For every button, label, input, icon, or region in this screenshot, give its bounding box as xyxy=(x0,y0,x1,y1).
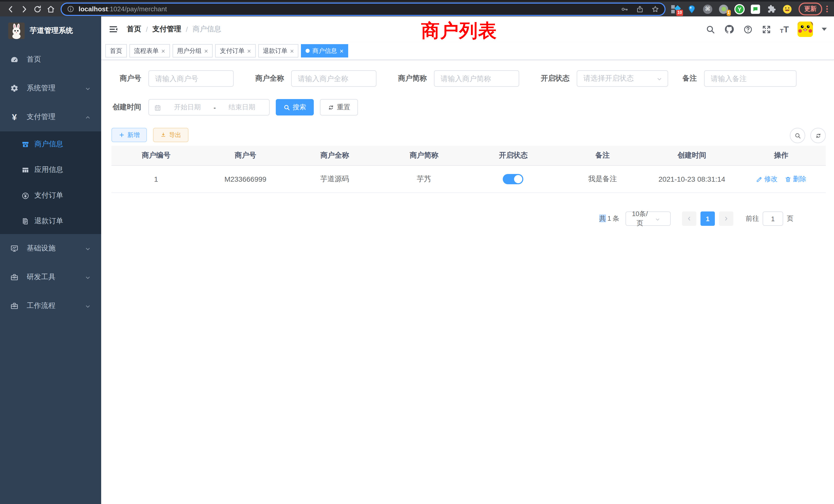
sidebar-item-home[interactable]: 首页 xyxy=(0,45,101,74)
close-icon[interactable]: × xyxy=(290,47,294,54)
search-button[interactable]: 搜索 xyxy=(276,99,314,115)
sidebar-item-app-info[interactable]: 应用信息 xyxy=(0,157,101,183)
add-button[interactable]: 新增 xyxy=(111,128,147,142)
prev-page-button[interactable] xyxy=(682,211,696,226)
close-icon[interactable]: × xyxy=(247,47,251,54)
merchant-name-input[interactable] xyxy=(291,70,376,87)
cell-create-time: 2021-10-23 08:31:14 xyxy=(647,175,737,183)
pagination: 共1条 10条/页 1 前往 xyxy=(111,211,793,226)
cell-id: 1 xyxy=(111,175,201,183)
search-icon[interactable] xyxy=(706,24,716,34)
active-dot xyxy=(306,49,310,53)
next-page-button[interactable] xyxy=(719,211,733,226)
chevron-down-icon xyxy=(649,215,666,223)
export-button[interactable]: 导出 xyxy=(153,128,189,142)
chevron-right-icon xyxy=(723,215,729,222)
extension-y-icon[interactable]: Y xyxy=(734,4,745,14)
url-path: :1024/pay/merchant xyxy=(108,5,167,13)
tab-process-form[interactable]: 流程表单 × xyxy=(129,44,170,58)
help-icon[interactable] xyxy=(743,24,753,34)
site-info-icon[interactable] xyxy=(67,5,74,13)
extension-tampermonkey-icon[interactable]: 10 xyxy=(671,4,681,14)
monitor-icon xyxy=(10,244,19,253)
arrow-left-icon xyxy=(6,4,16,14)
toggle-search-button[interactable] xyxy=(790,128,805,143)
create-time-label: 创建时间 xyxy=(111,102,141,112)
github-icon[interactable] xyxy=(724,24,734,35)
app-logo[interactable]: 芋道管理系统 xyxy=(0,17,101,45)
sidebar-item-workflow[interactable]: 工作流程 xyxy=(0,292,101,320)
sidebar-menu: 首页 系统管理 ¥ 支付管理 xyxy=(0,45,101,320)
chevron-up-icon xyxy=(85,113,91,121)
sidebar-collapse-icon[interactable] xyxy=(108,24,118,35)
font-size-icon[interactable]: TT xyxy=(780,25,789,33)
extension-chat-icon[interactable] xyxy=(750,4,761,14)
chevron-down-icon xyxy=(85,302,91,310)
pagination-total: 共1条 xyxy=(599,214,619,223)
tags-view: 首页 流程表单 × 用户分组 × 支付订单 × 退款订单 × xyxy=(101,42,834,60)
extension-command-icon[interactable]: ⌘ xyxy=(703,4,713,14)
sidebar-item-pay-order[interactable]: 支付订单 xyxy=(0,183,101,208)
table-header-row: 商户编号 商户号 商户全称 商户简称 开启状态 备注 创建时间 操作 xyxy=(111,146,826,166)
bookmark-star-icon[interactable] xyxy=(651,5,659,13)
page-content: 商户号 商户全称 商户简称 开启状态 请选择开启状态 xyxy=(101,60,834,226)
sidebar-item-system[interactable]: 系统管理 xyxy=(0,74,101,102)
dashboard-icon xyxy=(10,55,19,64)
extension-circle-icon[interactable]: 1 xyxy=(719,4,729,14)
browser-home-button[interactable] xyxy=(44,2,58,16)
avatar-dropdown-caret-icon[interactable] xyxy=(822,28,827,31)
address-bar[interactable]: localhost:1024/pay/merchant xyxy=(61,2,665,16)
sidebar-item-refund-order[interactable]: 退款订单 xyxy=(0,208,101,234)
trash-icon xyxy=(785,176,791,182)
page-size-select[interactable]: 10条/页 xyxy=(626,211,671,226)
extensions-puzzle-icon[interactable] xyxy=(766,4,776,14)
browser-extensions: 10 ⌘ 1 Y xyxy=(671,4,792,14)
merchant-short-input[interactable] xyxy=(434,70,519,87)
password-key-icon[interactable] xyxy=(620,5,629,13)
sidebar-item-merchant-info[interactable]: 商户信息 xyxy=(0,131,101,157)
close-icon[interactable]: × xyxy=(340,47,344,54)
sidebar-item-dev-tools[interactable]: 研发工具 xyxy=(0,263,101,292)
merchant-no-input[interactable] xyxy=(148,70,234,87)
chevron-down-icon xyxy=(85,84,91,92)
status-switch[interactable] xyxy=(503,174,524,184)
browser-back-button[interactable] xyxy=(4,2,18,16)
search-icon xyxy=(284,104,290,111)
delete-link[interactable]: 删除 xyxy=(785,175,806,184)
profile-emoji-icon[interactable] xyxy=(782,4,792,14)
extension-pin-icon[interactable] xyxy=(687,4,697,14)
create-time-range-picker[interactable]: 开始日期 - 结束日期 xyxy=(148,99,270,115)
reload-icon xyxy=(33,4,42,14)
edit-link[interactable]: 修改 xyxy=(756,175,777,184)
tab-home[interactable]: 首页 xyxy=(105,44,127,58)
browser-reload-button[interactable] xyxy=(31,2,44,16)
user-avatar[interactable] xyxy=(797,22,813,37)
sidebar-item-payment[interactable]: ¥ 支付管理 xyxy=(0,102,101,131)
refresh-table-button[interactable] xyxy=(810,128,826,143)
page-number-1[interactable]: 1 xyxy=(701,211,715,226)
toolbox-icon xyxy=(10,273,19,281)
tab-refund-order[interactable]: 退款订单 × xyxy=(258,44,299,58)
tab-merchant-info[interactable]: 商户信息 × xyxy=(301,44,348,58)
status-select[interactable]: 请选择开启状态 xyxy=(577,70,668,87)
grid-icon xyxy=(21,166,29,174)
browser-forward-button[interactable] xyxy=(18,2,31,16)
tab-pay-order[interactable]: 支付订单 × xyxy=(215,44,256,58)
reset-button[interactable]: 重置 xyxy=(320,99,358,115)
refresh-icon xyxy=(815,132,821,139)
goto-page-input[interactable] xyxy=(763,211,783,226)
browser-menu-icon[interactable] xyxy=(824,6,830,12)
plus-icon xyxy=(118,132,125,138)
breadcrumb-home[interactable]: 首页 xyxy=(127,25,141,34)
browser-update-button[interactable]: 更新 xyxy=(798,3,822,16)
main-area: 首页 / 支付管理 / 商户信息 商户列表 xyxy=(101,17,834,504)
remark-input[interactable] xyxy=(704,70,796,87)
cell-short-name: 芋艿 xyxy=(379,175,468,184)
tab-user-group[interactable]: 用户分组 × xyxy=(172,44,213,58)
share-icon[interactable] xyxy=(636,5,644,13)
breadcrumb-payment[interactable]: 支付管理 xyxy=(153,25,181,34)
close-icon[interactable]: × xyxy=(161,47,165,54)
sidebar-item-infra[interactable]: 基础设施 xyxy=(0,234,101,263)
fullscreen-icon[interactable] xyxy=(762,24,771,34)
close-icon[interactable]: × xyxy=(204,47,208,54)
